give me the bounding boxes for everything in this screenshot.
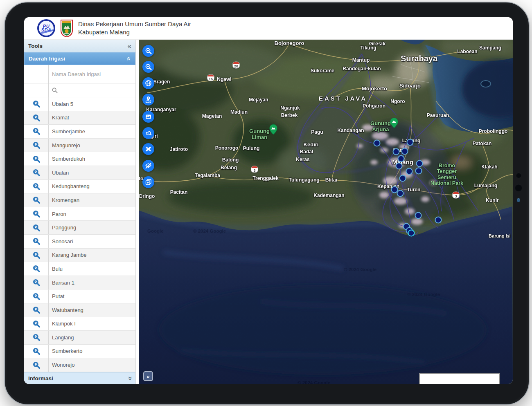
- zoom-to-item-button[interactable]: [24, 303, 49, 317]
- zoom-to-item-button[interactable]: [24, 152, 49, 166]
- map-marker[interactable]: [396, 163, 403, 170]
- map-control-measure-draw[interactable]: [142, 143, 154, 155]
- map-control-add-layer[interactable]: [142, 176, 154, 188]
- zoom-to-item-button[interactable]: [24, 262, 49, 276]
- map-attribution-box: [419, 373, 500, 384]
- zoom-to-item-button[interactable]: [24, 235, 49, 248]
- irrigation-list-item[interactable]: Sumberjambe: [24, 125, 135, 139]
- map-marker[interactable]: [393, 148, 400, 155]
- irrigation-list-item[interactable]: Barisan 1: [24, 276, 135, 290]
- zoom-to-item-button[interactable]: [24, 331, 49, 344]
- map-marker[interactable]: [407, 139, 414, 146]
- map-marker-selected[interactable]: [408, 230, 415, 237]
- map-control-zoom-out[interactable]: [142, 61, 154, 73]
- irrigation-list-item[interactable]: Bulu: [24, 262, 135, 276]
- informasi-label: Informasi: [28, 375, 53, 381]
- zoom-to-item-button[interactable]: [24, 180, 49, 193]
- collapse-panel-icon[interactable]: «: [126, 57, 133, 61]
- panel-header-daerah-irigasi[interactable]: Daerah Irigasi «: [24, 52, 135, 65]
- zoom-to-item-button[interactable]: [24, 125, 49, 138]
- irrigation-list-item[interactable]: Panggung: [24, 221, 135, 235]
- zoom-to-item-button[interactable]: [24, 111, 49, 125]
- irrigation-list-item[interactable]: Klampok I: [24, 317, 135, 331]
- map-control-toggle-layers[interactable]: [142, 160, 154, 172]
- zoom-to-item-button[interactable]: [24, 345, 49, 358]
- irrigation-list-item[interactable]: Kramat: [24, 111, 135, 125]
- map-canvas[interactable]: BojonegoroGresikTikungSampangLaboeanSura…: [139, 40, 513, 384]
- irrigation-list-item[interactable]: Watubanteng: [24, 303, 135, 317]
- app-body: Tools « Daerah Irigasi « Nama Daerah Iri…: [24, 40, 513, 384]
- zoom-to-item-button[interactable]: [24, 97, 49, 111]
- zoom-to-item-button[interactable]: [24, 221, 49, 234]
- irrigation-item-label: Barisan 1: [49, 276, 135, 289]
- map-marker[interactable]: [399, 175, 406, 182]
- map-marker[interactable]: [435, 217, 442, 224]
- irrigation-list-item[interactable]: Sumberdukuh: [24, 152, 135, 166]
- zoom-to-item-button[interactable]: [24, 317, 49, 331]
- globe-icon: [145, 80, 152, 87]
- layers-add-icon: [145, 179, 152, 186]
- irrigation-list-item[interactable]: Sumberkerto: [24, 345, 135, 359]
- map-marker[interactable]: [406, 168, 413, 175]
- irrigation-list-item[interactable]: Mangunrejo: [24, 139, 135, 153]
- kabupaten-malang-crest: [60, 19, 74, 38]
- zoom-to-item-button[interactable]: [24, 193, 49, 207]
- zoom-to-item-button[interactable]: [24, 249, 49, 262]
- map-marker[interactable]: [416, 160, 423, 167]
- map-control-zoom-to-location[interactable]: [142, 94, 154, 105]
- irrigation-item-label: Bulu: [49, 262, 135, 276]
- mountain-pin-icon[interactable]: [270, 124, 277, 136]
- irrigation-list-item[interactable]: Kedungbanteng: [24, 180, 135, 194]
- irrigation-item-label: Panggung: [49, 221, 135, 234]
- map-marker[interactable]: [397, 190, 404, 197]
- irrigation-list-item[interactable]: Paron: [24, 207, 135, 221]
- zoom-to-item-button[interactable]: [24, 358, 49, 372]
- irrigation-item-label: Sonosari: [49, 235, 135, 248]
- irrigation-filter-row: [24, 83, 135, 97]
- irrigation-filter-input[interactable]: [60, 87, 135, 94]
- map-marker[interactable]: [398, 155, 405, 162]
- map-pin-icon: [145, 96, 152, 103]
- map-control-zoom-in[interactable]: [142, 45, 154, 57]
- irrigation-list-item[interactable]: Ubalan: [24, 166, 135, 180]
- irrigation-list-item[interactable]: Wonorejo: [24, 358, 135, 372]
- zoom-to-item-icon: [32, 292, 41, 301]
- zoom-to-item-icon: [32, 347, 41, 355]
- search-icon: [52, 87, 58, 93]
- map-marker[interactable]: [415, 212, 422, 219]
- expand-panel-button[interactable]: »: [143, 371, 153, 381]
- irrigation-grid-header: Nama Daerah Irigasi: [24, 65, 135, 83]
- expand-informasi-icon[interactable]: «: [126, 376, 133, 380]
- map-control-full-extent[interactable]: [142, 77, 154, 89]
- irrigation-list-item[interactable]: Putat: [24, 289, 135, 303]
- informasi-bar[interactable]: Informasi «: [24, 372, 135, 384]
- map-control-query-features[interactable]: E: [142, 127, 154, 139]
- zoom-to-item-button[interactable]: [24, 139, 49, 152]
- map-marker[interactable]: [415, 168, 422, 175]
- irrigation-list-item[interactable]: Sonosari: [24, 235, 135, 249]
- mountain-pin-icon[interactable]: [390, 118, 398, 130]
- app-title: Dinas Pekerjaan Umum Sumber Daya Air Kab…: [78, 20, 191, 37]
- collapse-sidebar-icon[interactable]: «: [128, 43, 131, 49]
- irrigation-list-item[interactable]: Kromengan: [24, 193, 135, 207]
- map-control-basemap-gallery[interactable]: [142, 111, 154, 123]
- irrigation-item-label: Kramat: [49, 111, 135, 125]
- zoom-to-item-button[interactable]: [24, 166, 49, 179]
- map-marker[interactable]: [374, 140, 381, 147]
- tablet-camera-lens: [515, 184, 522, 191]
- zoom-to-item-icon: [32, 155, 41, 163]
- grid-header-icon-column: [24, 65, 49, 83]
- irrigation-list-item[interactable]: Karang Jambe: [24, 249, 135, 262]
- irrigation-list-item[interactable]: Langlang: [24, 331, 135, 345]
- map-marker[interactable]: [401, 148, 408, 155]
- zoom-in-icon: [145, 47, 152, 54]
- zoom-to-item-button[interactable]: [24, 207, 49, 221]
- zoom-to-item-button[interactable]: [24, 276, 49, 289]
- irrigation-item-label: Langlang: [49, 331, 135, 344]
- zoom-to-item-icon: [32, 320, 41, 328]
- road-shield: 3: [452, 192, 460, 199]
- irrigation-list-item[interactable]: Ubalan 5: [24, 97, 135, 111]
- zoom-to-item-button[interactable]: [24, 289, 49, 303]
- layers-off-icon: [145, 162, 152, 169]
- zoom-to-item-icon: [32, 306, 41, 314]
